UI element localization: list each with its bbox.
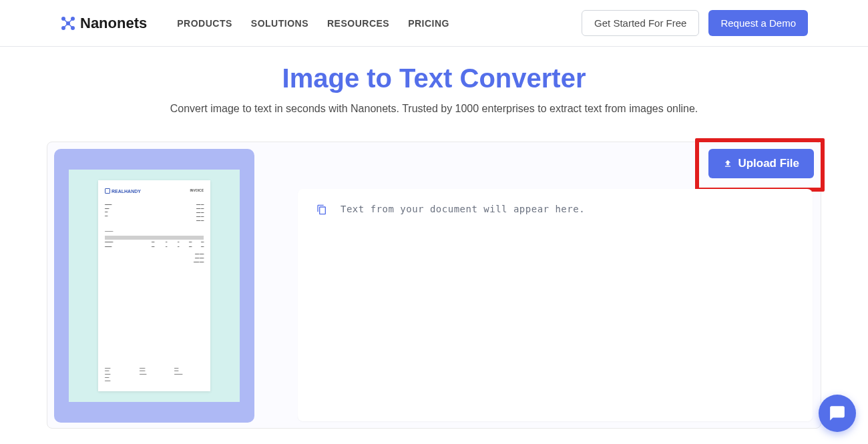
svg-line-5 [63,19,68,23]
main-content: Image to Text Converter Convert image to… [0,47,868,429]
shield-icon [105,188,110,194]
invoice-brand: REALHANDY [105,188,141,194]
main-nav: PRODUCTS SOLUTIONS RESOURCES PRICING [177,18,449,29]
nav-solutions[interactable]: SOLUTIONS [251,18,308,29]
upload-highlight: Upload File [695,138,825,192]
page-subtitle: Convert image to text in seconds with Na… [0,103,868,115]
brand-logo[interactable]: Nanonets [60,15,147,32]
chat-icon [829,405,846,422]
invoice-brand-text: REALHANDY [112,189,141,194]
chat-fab[interactable] [819,395,856,432]
header-left: Nanonets PRODUCTS SOLUTIONS RESOURCES PR… [60,15,449,32]
invoice-footer: ━━━━━━━━━━━━━━━━━━ ━━━━━━━━━━━━━ ━━━━━━━… [105,367,204,383]
upload-label: Upload File [738,157,799,170]
get-started-button[interactable]: Get Started For Free [582,10,699,36]
nav-pricing[interactable]: PRICING [408,18,449,29]
invoice-meta: ━━━ ━━━━━ ━━━━━ ━━━━━ ━━━━━ ━━ [196,203,204,223]
output-placeholder: Text from your document will appear here… [341,204,585,214]
invoice-totals: ━━━ ━━━━━━ ━━━━━━━ ━━━ [105,252,204,264]
invoice-label: INVOICE [190,188,204,192]
sample-preview-wrap: REALHANDY INVOICE ━━━━━━━━━━━━ ━━━ ━━━━━… [47,142,261,428]
invoice-row: ━━━━━━━━━━━━━ [105,245,204,249]
svg-line-7 [63,23,68,28]
svg-line-8 [68,23,73,28]
nav-products[interactable]: PRODUCTS [177,18,232,29]
invoice-row: ━━━━━━━━━━━━━━ [105,240,204,244]
invoice-table-header [105,236,204,240]
sample-preview-mid: REALHANDY INVOICE ━━━━━━━━━━━━ ━━━ ━━━━━… [69,170,240,402]
upload-file-button[interactable]: Upload File [708,149,814,178]
copy-icon[interactable] [316,204,327,215]
text-output-panel: Text from your document will appear here… [298,189,813,421]
page-title: Image to Text Converter [0,63,868,93]
header-actions: Get Started For Free Request a Demo [582,10,808,36]
invoice-note: ━━━━━━ [105,230,204,233]
nav-resources[interactable]: RESOURCES [327,18,389,29]
svg-line-6 [68,19,73,23]
site-header: Nanonets PRODUCTS SOLUTIONS RESOURCES PR… [0,0,868,47]
converter-panel: REALHANDY INVOICE ━━━━━━━━━━━━ ━━━ ━━━━━… [47,142,821,429]
logo-icon [60,15,76,31]
invoice-address: ━━━━━━━━━━━━ [105,203,112,223]
brand-name: Nanonets [80,15,147,32]
request-demo-button[interactable]: Request a Demo [708,10,808,36]
sample-invoice: REALHANDY INVOICE ━━━━━━━━━━━━ ━━━ ━━━━━… [98,180,210,391]
upload-icon [723,159,732,168]
sample-preview-outer: REALHANDY INVOICE ━━━━━━━━━━━━ ━━━ ━━━━━… [54,149,254,423]
output-area: Upload File Text from your document will… [261,142,821,428]
